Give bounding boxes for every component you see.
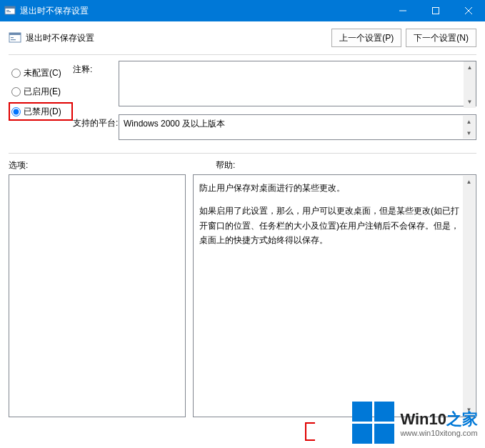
window-title: 退出时不保存设置 — [20, 5, 386, 17]
divider — [9, 54, 476, 55]
scroll-up-icon: ▲ — [463, 176, 475, 188]
scroll-down-icon: ▼ — [463, 127, 475, 139]
svg-rect-1 — [5, 6, 15, 9]
minimize-button[interactable] — [386, 0, 419, 21]
platform-value: Windows 2000 及以上版本 — [124, 119, 225, 129]
svg-rect-11 — [11, 39, 16, 40]
mid-right: 注释: ▲ ▼ 支持的平台: Windows 2000 及以上版本 ▲ ▼ — [73, 61, 476, 146]
scroll-down-icon: ▼ — [463, 404, 475, 416]
radio-not-configured[interactable]: 未配置(C) — [9, 64, 73, 82]
help-box: 防止用户保存对桌面进行的某些更改。 如果启用了此设置，那么，用户可以更改桌面，但… — [193, 174, 476, 417]
help-paragraph-2: 如果启用了此设置，那么，用户可以更改桌面，但是某些更改(如已打开窗口的位置、任务… — [199, 204, 460, 247]
state-radio-group: 未配置(C) 已启用(E) 已禁用(D) — [9, 61, 73, 146]
titlebar: 退出时不保存设置 — [0, 0, 485, 21]
svg-rect-3 — [6, 11, 11, 12]
svg-rect-10 — [11, 37, 14, 38]
comment-textarea[interactable] — [119, 61, 476, 106]
previous-setting-button[interactable]: 上一个设置(P) — [331, 29, 401, 47]
mid-section: 未配置(C) 已启用(E) 已禁用(D) 注释: ▲ ▼ 支持的平台: Win — [0, 61, 485, 150]
header-row: 退出时不保存设置 上一个设置(P) 下一个设置(N) — [0, 21, 485, 51]
divider — [9, 153, 476, 154]
radio-not-configured-input[interactable] — [11, 69, 21, 78]
scroll-up-icon: ▲ — [463, 116, 475, 127]
comment-row: 注释: ▲ ▼ — [73, 61, 476, 109]
lower-labels: 选项: 帮助: — [0, 159, 485, 174]
platform-scrollbar: ▲ ▼ — [463, 116, 475, 139]
platform-row: 支持的平台: Windows 2000 及以上版本 ▲ ▼ — [73, 114, 476, 140]
help-label: 帮助: — [216, 159, 235, 171]
radio-disabled-input[interactable] — [11, 107, 21, 116]
maximize-button[interactable] — [419, 0, 452, 21]
lower-section: 防止用户保存对桌面进行的某些更改。 如果启用了此设置，那么，用户可以更改桌面，但… — [0, 174, 485, 424]
header-title: 退出时不保存设置 — [26, 32, 327, 44]
comment-label: 注释: — [73, 61, 119, 109]
help-paragraph-1: 防止用户保存对桌面进行的某些更改。 — [199, 181, 460, 195]
close-button[interactable] — [452, 0, 485, 21]
radio-enabled-input[interactable] — [11, 87, 21, 96]
radio-disabled-label: 已禁用(D) — [24, 106, 61, 118]
radio-enabled-label: 已启用(E) — [24, 86, 61, 98]
radio-not-configured-label: 未配置(C) — [24, 67, 61, 79]
help-scrollbar[interactable]: ▲ ▼ — [463, 176, 475, 416]
radio-enabled[interactable]: 已启用(E) — [9, 82, 73, 101]
policy-icon — [9, 31, 21, 44]
options-label: 选项: — [9, 159, 216, 171]
radio-disabled[interactable]: 已禁用(D) — [9, 102, 73, 121]
svg-rect-2 — [6, 10, 9, 11]
app-icon — [4, 5, 16, 16]
highlight-fragment — [305, 422, 315, 441]
platform-box: Windows 2000 及以上版本 ▲ ▼ — [119, 114, 476, 140]
svg-rect-9 — [9, 33, 21, 35]
watermark-url: www.win10xitong.com — [400, 429, 478, 437]
window-controls — [386, 0, 485, 21]
svg-rect-5 — [433, 8, 439, 14]
next-setting-button[interactable]: 下一个设置(N) — [406, 29, 476, 47]
options-box — [9, 174, 186, 417]
platform-label: 支持的平台: — [73, 114, 119, 140]
